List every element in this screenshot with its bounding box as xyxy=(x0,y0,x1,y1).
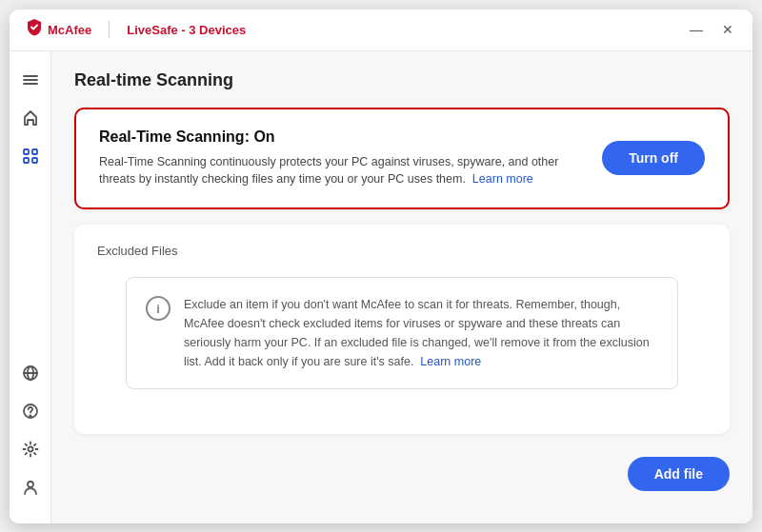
excluded-learn-more-link[interactable]: Learn more xyxy=(420,355,481,368)
svg-rect-4 xyxy=(32,149,37,154)
svg-point-12 xyxy=(28,446,32,451)
sidebar-globe-icon[interactable] xyxy=(13,356,48,390)
excluded-info-box: i Exclude an item if you don't want McAf… xyxy=(126,277,678,389)
svg-rect-5 xyxy=(24,158,29,163)
scanning-status-title: Real-Time Scanning: On xyxy=(99,128,583,146)
excluded-info-body: Exclude an item if you don't want McAfee… xyxy=(184,298,650,368)
scanning-card-content: Real-Time Scanning: On Real-Time Scannin… xyxy=(99,128,583,189)
user-icon xyxy=(22,479,39,496)
sidebar-bottom xyxy=(13,356,48,512)
sidebar-apps-icon[interactable] xyxy=(13,139,48,173)
mcafee-logo: McAfee xyxy=(25,18,91,42)
page-title: Real-time Scanning xyxy=(74,70,730,90)
home-icon xyxy=(22,109,39,127)
info-icon: i xyxy=(146,296,170,321)
titlebar-divider xyxy=(109,21,110,38)
titlebar-subtitle: LiveSafe - 3 Devices xyxy=(127,23,246,37)
main-window: McAfee LiveSafe - 3 Devices — ✕ xyxy=(10,10,752,523)
scanning-learn-more-link[interactable]: Learn more xyxy=(472,172,533,186)
help-icon xyxy=(22,403,39,420)
excluded-files-card: Excluded Files i Exclude an item if you … xyxy=(74,225,730,434)
svg-rect-3 xyxy=(24,149,29,154)
titlebar: McAfee LiveSafe - 3 Devices — ✕ xyxy=(10,10,752,51)
sidebar-home-icon[interactable] xyxy=(13,101,48,135)
turn-off-button[interactable]: Turn off xyxy=(602,141,705,175)
scanning-card: Real-Time Scanning: On Real-Time Scannin… xyxy=(74,108,730,210)
svg-rect-6 xyxy=(32,158,37,163)
titlebar-controls: — ✕ xyxy=(686,21,737,38)
sidebar-user-icon[interactable] xyxy=(13,470,48,504)
scanning-description: Real-Time Scanning continuously protects… xyxy=(99,153,583,189)
sidebar-menu-icon[interactable] xyxy=(13,63,48,97)
sidebar-settings-icon[interactable] xyxy=(13,432,48,466)
titlebar-logo: McAfee LiveSafe - 3 Devices xyxy=(25,18,246,42)
close-button[interactable]: ✕ xyxy=(718,21,737,38)
hamburger-icon xyxy=(22,71,39,89)
globe-icon xyxy=(22,365,39,382)
app-body: Real-time Scanning Real-Time Scanning: O… xyxy=(10,51,752,523)
sidebar-help-icon[interactable] xyxy=(13,394,48,428)
mcafee-brand-text: McAfee xyxy=(48,23,91,37)
main-content: Real-time Scanning Real-Time Scanning: O… xyxy=(51,51,752,523)
sidebar xyxy=(10,51,51,523)
settings-icon xyxy=(22,441,39,458)
minimize-button[interactable]: — xyxy=(686,21,707,38)
svg-point-11 xyxy=(30,415,30,416)
footer-row: Add file xyxy=(74,449,730,495)
add-file-button[interactable]: Add file xyxy=(628,457,730,491)
mcafee-shield-icon xyxy=(25,18,44,42)
excluded-info-text: Exclude an item if you don't want McAfee… xyxy=(184,295,658,371)
svg-point-13 xyxy=(28,482,33,487)
grid-icon xyxy=(22,148,39,165)
excluded-files-title: Excluded Files xyxy=(97,244,707,258)
